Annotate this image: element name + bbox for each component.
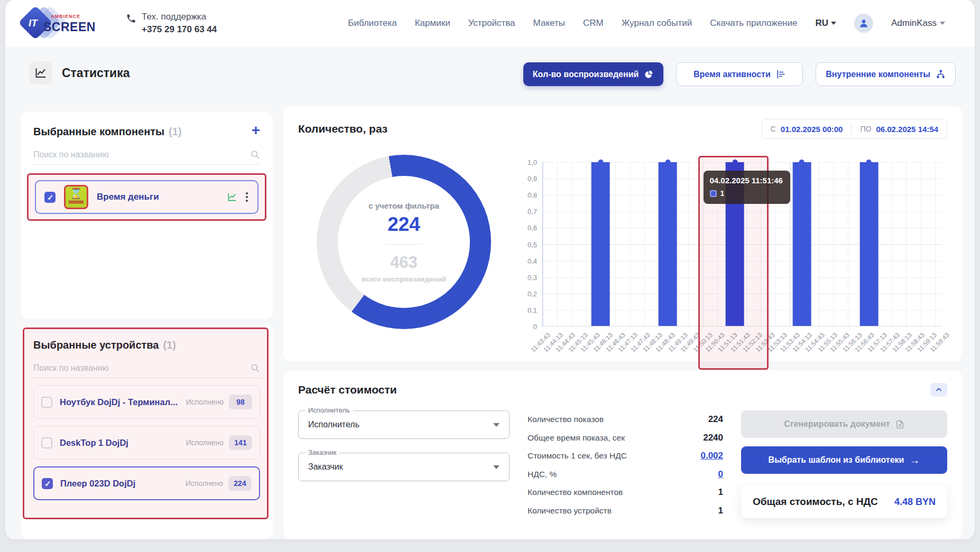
executor-select-label: Исполнитель	[305, 406, 353, 414]
generate-document-button[interactable]: Сгенерировать документ	[741, 410, 947, 438]
total-cost-label: Общая стоимость, с НДС	[753, 496, 878, 508]
app-window: IT AMBIENCE SCREEN Тех. поддержка +375 2…	[5, 0, 975, 539]
donut-total-value: 463	[390, 253, 418, 272]
component-stats-icon[interactable]	[227, 192, 237, 202]
app-logo[interactable]: IT AMBIENCE SCREEN	[20, 6, 89, 40]
activity-time-button[interactable]: Время активности	[676, 62, 803, 86]
selected-components-panel: Выбранные компоненты (1) + ⌛ Время деньг…	[21, 111, 273, 319]
tooltip-legend-square	[710, 190, 717, 197]
device-checkbox[interactable]	[41, 397, 52, 408]
chevron-down-icon	[493, 423, 500, 427]
page-title: Статистика	[62, 66, 130, 80]
bar[interactable]	[859, 162, 878, 326]
nav-library[interactable]: Библиотека	[348, 18, 396, 29]
customer-select-label: Заказчик	[305, 448, 339, 456]
username: AdminKass	[891, 18, 937, 29]
device-name: DeskTop 1 DojDj	[60, 438, 128, 448]
stat-row-price-per-sec: Стоимость 1 сек, без НДС 0.002	[528, 447, 723, 465]
vat-link[interactable]: 0	[718, 469, 723, 480]
shows-count-value: 224	[708, 414, 723, 425]
bar-top-marker	[799, 160, 805, 165]
choose-template-button[interactable]: Выбрать шаблон из библиотеки →	[741, 446, 947, 474]
device-checkbox[interactable]	[42, 478, 53, 489]
device-row[interactable]: DeskTop 1 DojDj Исполнено 141	[33, 426, 260, 460]
logo-ambience-text: AMBIENCE	[51, 14, 80, 19]
support-phone: +375 29 170 63 44	[142, 24, 217, 35]
bar-top-marker	[598, 160, 603, 165]
bar[interactable]	[793, 162, 811, 326]
nav-download-app[interactable]: Скачать приложение	[710, 18, 797, 29]
page-title-block: Статистика	[29, 61, 130, 85]
nav-crm[interactable]: CRM	[583, 18, 604, 29]
component-name: Время деньги	[97, 192, 159, 202]
stat-mode-buttons: Кол-во воспроизведений Время активности …	[523, 62, 956, 86]
y-tick-label: 0,1	[528, 306, 537, 314]
stat-row-shows: Количество показов 224	[528, 410, 723, 429]
devices-search-input[interactable]	[33, 363, 250, 373]
executed-count-badge: 98	[229, 395, 252, 409]
kebab-menu-icon[interactable]	[245, 191, 249, 203]
date-from-field[interactable]: С 01.02.2025 00:00	[762, 125, 852, 134]
user-menu[interactable]: AdminKass	[891, 18, 945, 29]
document-icon	[895, 420, 904, 429]
components-search-input[interactable]	[33, 150, 250, 160]
bar-chart-icon	[776, 69, 786, 79]
search-icon	[250, 149, 260, 160]
internal-components-button[interactable]: Внутренние компоненты	[816, 62, 956, 86]
component-checkbox[interactable]	[44, 192, 56, 203]
language-selector[interactable]: RU	[815, 18, 836, 29]
bar-top-marker	[665, 160, 670, 165]
stat-row-components-count: Количество компонентов 1	[528, 483, 723, 502]
date-to-field[interactable]: ПО 06.02.2025 14:54	[852, 125, 947, 134]
hourglass-image: ⌛	[70, 186, 83, 200]
playback-stats-card: Количество, раз С 01.02.2025 00:00 ПО 06…	[283, 106, 962, 361]
customer-select[interactable]: Заказчик Заказчик	[298, 453, 510, 481]
collapse-button[interactable]	[930, 383, 947, 397]
customer-select-value: Заказчик	[308, 462, 343, 472]
device-row-selected[interactable]: Плеер 023D DojDj Исполнено 224	[33, 466, 260, 500]
devices-count: (1)	[163, 339, 175, 351]
nav-layouts[interactable]: Макеты	[533, 18, 565, 29]
stat-row-devices-count: Количество устройств 1	[528, 502, 723, 520]
y-tick-label: 0,2	[528, 289, 537, 297]
playback-count-button[interactable]: Кол-во воспроизведений	[523, 62, 663, 86]
arrow-right-icon: →	[909, 454, 920, 466]
bar-top-marker	[732, 160, 737, 165]
components-count-value: 1	[718, 487, 723, 498]
y-tick-label: 0,3	[528, 273, 537, 281]
component-row[interactable]: ⌛ Время деньги	[35, 180, 258, 214]
price-per-sec-link[interactable]: 0.002	[700, 451, 723, 461]
device-name: Ноутбук DojDj - Терминал...	[60, 397, 178, 407]
line-chart-icon	[29, 61, 52, 85]
pie-chart-icon	[644, 69, 654, 79]
device-checkbox[interactable]	[41, 437, 52, 448]
chart-tooltip: 04.02.2025 11:51:461	[704, 171, 790, 204]
nav-devices[interactable]: Устройства	[468, 18, 515, 29]
bar-chart-plot: 11:43:4311:44:1311:44:4311:45:1311:45:43…	[542, 162, 942, 326]
donut-total-label: всего воспроизведений	[362, 275, 446, 283]
device-row[interactable]: Ноутбук DojDj - Терминал... Исполнено 98	[33, 385, 260, 419]
bar-chart-x-axis: 11:43:4311:44:1311:44:4311:45:1311:45:43…	[543, 326, 942, 371]
bar[interactable]	[591, 162, 610, 326]
logo-it-text: IT	[29, 17, 38, 29]
cost-calculation-card: Расчёт стоимости Исполнитель Исполнитель…	[283, 370, 962, 539]
internal-components-label: Внутренние компоненты	[826, 70, 930, 79]
add-component-button[interactable]: +	[252, 125, 260, 136]
total-cost-value: 4.48 BYN	[894, 497, 936, 508]
donut-filtered-value: 224	[387, 213, 420, 236]
y-tick-label: 0	[533, 323, 537, 331]
tech-support-block: Тех. поддержка +375 29 170 63 44	[126, 12, 217, 35]
bar[interactable]	[659, 162, 677, 326]
selected-devices-panel: Выбранные устройства (1) Ноутбук DojDj -…	[21, 325, 273, 539]
top-navbar: IT AMBIENCE SCREEN Тех. поддержка +375 2…	[5, 0, 975, 46]
bar-chart: 1,00,90,80,70,60,50,40,30,20,10 11:43:43…	[515, 162, 942, 329]
date-from-label: С	[771, 125, 776, 133]
chevron-down-icon	[940, 22, 945, 25]
user-avatar[interactable]	[854, 14, 873, 33]
components-count: (1)	[169, 126, 181, 138]
executor-select[interactable]: Исполнитель Исполнитель	[298, 410, 510, 439]
date-from-value: 01.02.2025 00:00	[781, 125, 843, 134]
nav-event-log[interactable]: Журнал событий	[622, 18, 692, 29]
nav-karmiki[interactable]: Кармики	[415, 18, 450, 29]
devices-panel-title: Выбранные устройства	[33, 339, 159, 351]
